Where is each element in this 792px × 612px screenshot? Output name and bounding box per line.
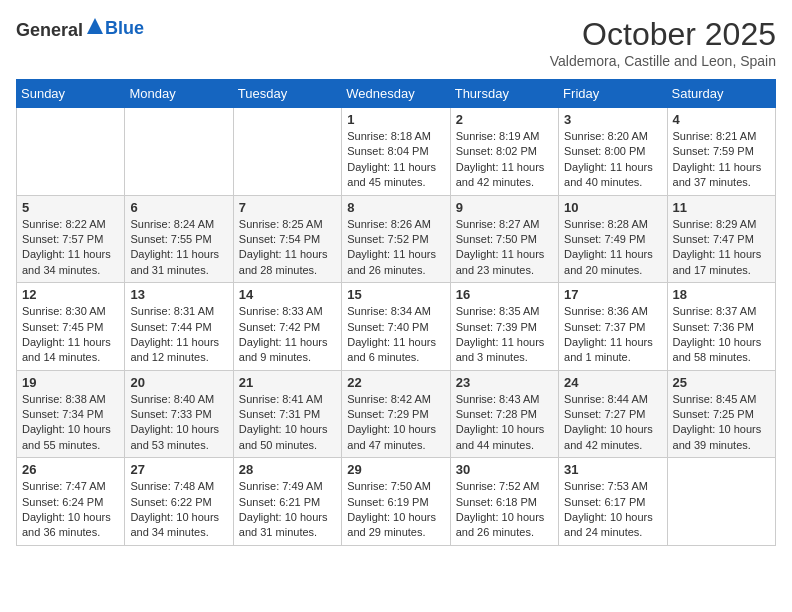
cell-content: Sunrise: 8:18 AM Sunset: 8:04 PM Dayligh… <box>347 129 444 191</box>
cell-content: Sunrise: 8:30 AM Sunset: 7:45 PM Dayligh… <box>22 304 119 366</box>
weekday-header-row: SundayMondayTuesdayWednesdayThursdayFrid… <box>17 80 776 108</box>
calendar-cell: 12Sunrise: 8:30 AM Sunset: 7:45 PM Dayli… <box>17 283 125 371</box>
cell-content: Sunrise: 8:31 AM Sunset: 7:44 PM Dayligh… <box>130 304 227 366</box>
calendar-cell: 29Sunrise: 7:50 AM Sunset: 6:19 PM Dayli… <box>342 458 450 546</box>
day-number: 21 <box>239 375 336 390</box>
calendar-cell <box>233 108 341 196</box>
calendar-cell: 20Sunrise: 8:40 AM Sunset: 7:33 PM Dayli… <box>125 370 233 458</box>
calendar-cell: 15Sunrise: 8:34 AM Sunset: 7:40 PM Dayli… <box>342 283 450 371</box>
calendar-week-row: 1Sunrise: 8:18 AM Sunset: 8:04 PM Daylig… <box>17 108 776 196</box>
calendar-cell: 24Sunrise: 8:44 AM Sunset: 7:27 PM Dayli… <box>559 370 667 458</box>
calendar-week-row: 12Sunrise: 8:30 AM Sunset: 7:45 PM Dayli… <box>17 283 776 371</box>
day-number: 15 <box>347 287 444 302</box>
calendar-cell: 26Sunrise: 7:47 AM Sunset: 6:24 PM Dayli… <box>17 458 125 546</box>
weekday-header-thursday: Thursday <box>450 80 558 108</box>
day-number: 9 <box>456 200 553 215</box>
cell-content: Sunrise: 8:34 AM Sunset: 7:40 PM Dayligh… <box>347 304 444 366</box>
cell-content: Sunrise: 7:52 AM Sunset: 6:18 PM Dayligh… <box>456 479 553 541</box>
cell-content: Sunrise: 8:28 AM Sunset: 7:49 PM Dayligh… <box>564 217 661 279</box>
cell-content: Sunrise: 8:27 AM Sunset: 7:50 PM Dayligh… <box>456 217 553 279</box>
calendar-cell: 13Sunrise: 8:31 AM Sunset: 7:44 PM Dayli… <box>125 283 233 371</box>
cell-content: Sunrise: 8:24 AM Sunset: 7:55 PM Dayligh… <box>130 217 227 279</box>
calendar-cell: 27Sunrise: 7:48 AM Sunset: 6:22 PM Dayli… <box>125 458 233 546</box>
day-number: 31 <box>564 462 661 477</box>
day-number: 5 <box>22 200 119 215</box>
calendar-week-row: 5Sunrise: 8:22 AM Sunset: 7:57 PM Daylig… <box>17 195 776 283</box>
calendar-cell: 10Sunrise: 8:28 AM Sunset: 7:49 PM Dayli… <box>559 195 667 283</box>
calendar-cell: 1Sunrise: 8:18 AM Sunset: 8:04 PM Daylig… <box>342 108 450 196</box>
cell-content: Sunrise: 8:33 AM Sunset: 7:42 PM Dayligh… <box>239 304 336 366</box>
calendar-cell: 4Sunrise: 8:21 AM Sunset: 7:59 PM Daylig… <box>667 108 775 196</box>
cell-content: Sunrise: 8:37 AM Sunset: 7:36 PM Dayligh… <box>673 304 770 366</box>
cell-content: Sunrise: 7:47 AM Sunset: 6:24 PM Dayligh… <box>22 479 119 541</box>
calendar-cell: 22Sunrise: 8:42 AM Sunset: 7:29 PM Dayli… <box>342 370 450 458</box>
calendar-cell: 31Sunrise: 7:53 AM Sunset: 6:17 PM Dayli… <box>559 458 667 546</box>
month-title: October 2025 <box>550 16 776 53</box>
svg-marker-0 <box>87 18 103 34</box>
calendar-cell <box>17 108 125 196</box>
day-number: 30 <box>456 462 553 477</box>
calendar-cell: 23Sunrise: 8:43 AM Sunset: 7:28 PM Dayli… <box>450 370 558 458</box>
calendar-cell: 28Sunrise: 7:49 AM Sunset: 6:21 PM Dayli… <box>233 458 341 546</box>
calendar-cell <box>125 108 233 196</box>
day-number: 27 <box>130 462 227 477</box>
cell-content: Sunrise: 8:40 AM Sunset: 7:33 PM Dayligh… <box>130 392 227 454</box>
day-number: 16 <box>456 287 553 302</box>
day-number: 28 <box>239 462 336 477</box>
title-section: October 2025 Valdemora, Castille and Leo… <box>550 16 776 69</box>
day-number: 2 <box>456 112 553 127</box>
calendar-cell: 25Sunrise: 8:45 AM Sunset: 7:25 PM Dayli… <box>667 370 775 458</box>
calendar-cell: 16Sunrise: 8:35 AM Sunset: 7:39 PM Dayli… <box>450 283 558 371</box>
calendar-cell: 18Sunrise: 8:37 AM Sunset: 7:36 PM Dayli… <box>667 283 775 371</box>
cell-content: Sunrise: 8:44 AM Sunset: 7:27 PM Dayligh… <box>564 392 661 454</box>
calendar-cell: 30Sunrise: 7:52 AM Sunset: 6:18 PM Dayli… <box>450 458 558 546</box>
calendar-cell: 2Sunrise: 8:19 AM Sunset: 8:02 PM Daylig… <box>450 108 558 196</box>
cell-content: Sunrise: 8:20 AM Sunset: 8:00 PM Dayligh… <box>564 129 661 191</box>
location-title: Valdemora, Castille and Leon, Spain <box>550 53 776 69</box>
logo-icon <box>85 16 105 36</box>
day-number: 4 <box>673 112 770 127</box>
cell-content: Sunrise: 8:43 AM Sunset: 7:28 PM Dayligh… <box>456 392 553 454</box>
cell-content: Sunrise: 8:36 AM Sunset: 7:37 PM Dayligh… <box>564 304 661 366</box>
day-number: 29 <box>347 462 444 477</box>
cell-content: Sunrise: 8:21 AM Sunset: 7:59 PM Dayligh… <box>673 129 770 191</box>
calendar-cell: 3Sunrise: 8:20 AM Sunset: 8:00 PM Daylig… <box>559 108 667 196</box>
calendar-cell: 17Sunrise: 8:36 AM Sunset: 7:37 PM Dayli… <box>559 283 667 371</box>
page-header: General Blue October 2025 Valdemora, Cas… <box>16 16 776 69</box>
cell-content: Sunrise: 8:41 AM Sunset: 7:31 PM Dayligh… <box>239 392 336 454</box>
weekday-header-monday: Monday <box>125 80 233 108</box>
day-number: 24 <box>564 375 661 390</box>
calendar-cell: 5Sunrise: 8:22 AM Sunset: 7:57 PM Daylig… <box>17 195 125 283</box>
day-number: 23 <box>456 375 553 390</box>
weekday-header-tuesday: Tuesday <box>233 80 341 108</box>
day-number: 8 <box>347 200 444 215</box>
weekday-header-saturday: Saturday <box>667 80 775 108</box>
calendar-cell: 11Sunrise: 8:29 AM Sunset: 7:47 PM Dayli… <box>667 195 775 283</box>
weekday-header-sunday: Sunday <box>17 80 125 108</box>
day-number: 22 <box>347 375 444 390</box>
cell-content: Sunrise: 8:25 AM Sunset: 7:54 PM Dayligh… <box>239 217 336 279</box>
day-number: 17 <box>564 287 661 302</box>
calendar-cell: 7Sunrise: 8:25 AM Sunset: 7:54 PM Daylig… <box>233 195 341 283</box>
cell-content: Sunrise: 8:45 AM Sunset: 7:25 PM Dayligh… <box>673 392 770 454</box>
calendar-cell: 21Sunrise: 8:41 AM Sunset: 7:31 PM Dayli… <box>233 370 341 458</box>
day-number: 1 <box>347 112 444 127</box>
cell-content: Sunrise: 8:26 AM Sunset: 7:52 PM Dayligh… <box>347 217 444 279</box>
day-number: 26 <box>22 462 119 477</box>
day-number: 11 <box>673 200 770 215</box>
calendar-cell: 19Sunrise: 8:38 AM Sunset: 7:34 PM Dayli… <box>17 370 125 458</box>
calendar-cell: 6Sunrise: 8:24 AM Sunset: 7:55 PM Daylig… <box>125 195 233 283</box>
weekday-header-wednesday: Wednesday <box>342 80 450 108</box>
logo: General Blue <box>16 16 144 41</box>
calendar-week-row: 19Sunrise: 8:38 AM Sunset: 7:34 PM Dayli… <box>17 370 776 458</box>
logo-general: General <box>16 20 83 40</box>
cell-content: Sunrise: 8:19 AM Sunset: 8:02 PM Dayligh… <box>456 129 553 191</box>
logo-blue: Blue <box>105 18 144 38</box>
day-number: 13 <box>130 287 227 302</box>
cell-content: Sunrise: 8:42 AM Sunset: 7:29 PM Dayligh… <box>347 392 444 454</box>
day-number: 10 <box>564 200 661 215</box>
cell-content: Sunrise: 8:22 AM Sunset: 7:57 PM Dayligh… <box>22 217 119 279</box>
cell-content: Sunrise: 7:48 AM Sunset: 6:22 PM Dayligh… <box>130 479 227 541</box>
cell-content: Sunrise: 8:35 AM Sunset: 7:39 PM Dayligh… <box>456 304 553 366</box>
calendar-cell: 14Sunrise: 8:33 AM Sunset: 7:42 PM Dayli… <box>233 283 341 371</box>
